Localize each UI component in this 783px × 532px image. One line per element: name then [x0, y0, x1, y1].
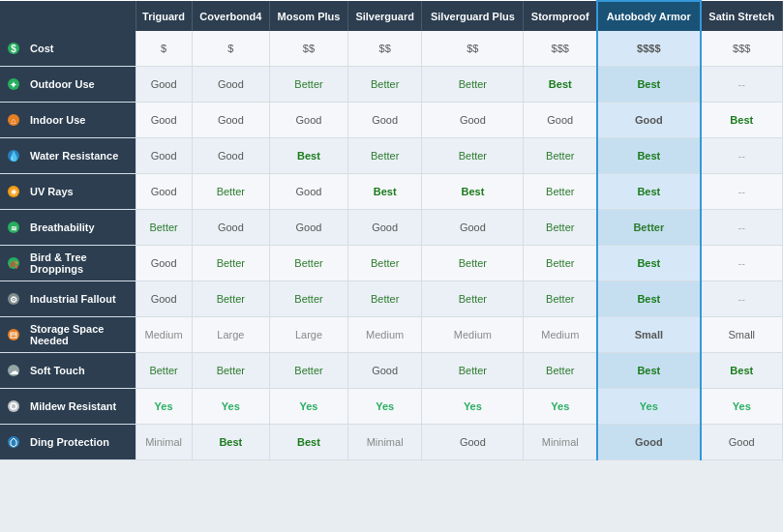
cell-value: Small [635, 329, 663, 340]
value-cell: $ [136, 31, 192, 67]
value-cell: Better [192, 246, 269, 281]
cell-value: Better [217, 257, 245, 269]
value-cell: Better [597, 210, 700, 246]
cell-value: Minimal [145, 436, 182, 448]
value-cell: Good [136, 174, 192, 210]
cell-value: Yes [155, 400, 173, 412]
feature-cell: 🍂Bird & Tree Droppings [0, 246, 136, 281]
value-cell: Best [270, 425, 348, 460]
cell-value: Better [294, 365, 322, 376]
value-cell: Best [270, 138, 348, 174]
value-cell: Large [270, 317, 348, 353]
value-cell: Yes [136, 389, 192, 425]
cell-value: Best [637, 78, 660, 90]
feature-label: Bird & Tree Droppings [30, 251, 132, 275]
value-cell: Better [422, 138, 524, 174]
outdoor-icon: ✦ [2, 73, 25, 96]
cell-value: Yes [640, 400, 658, 412]
cell-value: -- [738, 222, 745, 233]
cell-value: Best [637, 293, 660, 305]
col-header-coverbond4: Coverbond4 [192, 1, 269, 31]
value-cell: Good [270, 103, 348, 138]
cell-value: Good [372, 114, 398, 126]
cell-value: Better [371, 257, 399, 269]
feature-cell: Storage Space Needed [0, 317, 136, 353]
value-cell: Yes [270, 389, 348, 425]
cell-value: Best [297, 150, 320, 162]
cell-value: Good [151, 150, 177, 162]
table-row: ⚙Industrial FalloutGoodBetterBetterBette… [0, 281, 783, 317]
cell-value: $$ [303, 43, 315, 54]
feature-label: Ding Protection [30, 436, 109, 448]
ding-icon [2, 430, 25, 454]
cell-value: Good [547, 114, 573, 126]
value-cell: Best [701, 103, 783, 138]
feature-cell: 💧Water Resistance [0, 138, 136, 174]
value-cell: $$$$ [597, 31, 700, 67]
value-cell: $$$ [701, 31, 783, 67]
cell-value: Good [729, 436, 755, 448]
svg-text:$: $ [11, 44, 16, 54]
cell-value: Better [459, 78, 487, 90]
value-cell: Medium [136, 317, 192, 353]
breath-icon: ≋ [2, 216, 25, 239]
col-header-mosom-plus: Mosom Plus [270, 1, 348, 31]
value-cell: Good [347, 103, 421, 138]
cell-value: Good [218, 114, 244, 126]
value-cell: Yes [422, 389, 524, 425]
cell-value: Good [296, 186, 322, 197]
table-body: $Cost$$$$$$$$$$$$$$$$$$✦Outdoor UseGoodG… [0, 31, 783, 460]
value-cell: Best [192, 425, 269, 460]
feature-label: Industrial Fallout [30, 293, 116, 305]
table-row: ⌂Indoor UseGoodGoodGoodGoodGoodGoodGoodB… [0, 103, 783, 138]
feature-cell: ✦Outdoor Use [0, 67, 136, 103]
cell-value: -- [738, 186, 745, 197]
table-row: Storage Space NeededMediumLargeLargeMedi… [0, 317, 783, 353]
svg-text:☀: ☀ [10, 188, 17, 197]
col-header-autobody-armor: Autobody Armor [597, 1, 700, 31]
cell-value: Medium [145, 329, 183, 340]
col-header-triguard: Triguard [136, 1, 192, 31]
value-cell: Better [347, 138, 421, 174]
svg-text:⚙: ⚙ [10, 295, 17, 305]
cell-value: Yes [733, 400, 751, 412]
value-cell: $$ [422, 31, 524, 67]
cell-value: $$$ [733, 43, 750, 54]
cell-value: Good [460, 114, 486, 126]
feature-label: Storage Space Needed [30, 323, 132, 346]
value-cell: Good [136, 246, 192, 281]
svg-text:≋: ≋ [11, 224, 17, 233]
cell-value: Good [151, 78, 177, 90]
cell-value: Better [546, 293, 574, 305]
value-cell: Good [192, 103, 269, 138]
feature-label: Indoor Use [30, 114, 85, 126]
value-cell: Good [422, 425, 524, 460]
cell-value: Better [294, 293, 322, 305]
cell-value: Better [217, 365, 245, 376]
cell-value: Best [730, 114, 753, 126]
value-cell: Good [597, 425, 700, 460]
value-cell: Best [701, 353, 783, 389]
cell-value: Best [637, 365, 660, 376]
cell-value: Best [549, 78, 572, 90]
value-cell: -- [701, 281, 783, 317]
value-cell: Medium [524, 317, 597, 353]
cell-value: Yes [464, 400, 482, 412]
feature-cell: ☁Soft Touch [0, 353, 136, 389]
cell-value: Yes [551, 400, 569, 412]
value-cell: Good [347, 210, 421, 246]
mildew-icon [2, 395, 25, 418]
value-cell: $$$ [524, 31, 597, 67]
value-cell: Better [192, 281, 269, 317]
value-cell: Better [347, 67, 421, 103]
cell-value: -- [738, 293, 745, 305]
value-cell: Good [270, 174, 348, 210]
cell-value: $$ [379, 43, 391, 54]
value-cell: Better [524, 210, 597, 246]
value-cell: Good [597, 103, 700, 138]
table-row: 🍂Bird & Tree DroppingsGoodBetterBetterBe… [0, 246, 783, 281]
cell-value: Better [459, 293, 487, 305]
table-row: 💧Water ResistanceGoodGoodBestBetterBette… [0, 138, 783, 174]
value-cell: Good [192, 138, 269, 174]
value-cell: Good [136, 103, 192, 138]
